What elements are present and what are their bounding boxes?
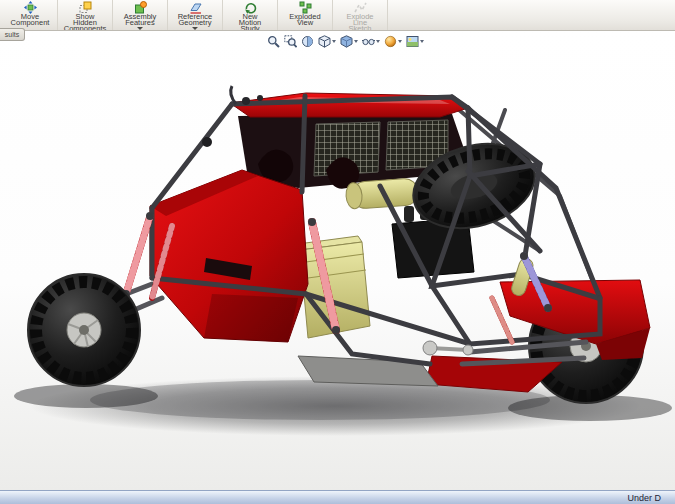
application-window: Move Component Show Hidden Components As… bbox=[0, 0, 675, 504]
toolbar-button-label: Explode Line Sketch bbox=[346, 14, 373, 30]
panel-tab-label: sults bbox=[5, 31, 19, 38]
edit-appearance-icon bbox=[384, 35, 397, 48]
toolbar-button-exploded-view[interactable]: Exploded View bbox=[278, 0, 333, 30]
dropdown-caret bbox=[376, 40, 380, 43]
view-orientation-button[interactable] bbox=[317, 34, 337, 49]
toolbar-button-label: Show Hidden Components bbox=[64, 14, 107, 30]
zoom-to-area-icon bbox=[284, 35, 297, 48]
status-bar: Under D bbox=[0, 490, 675, 504]
zoom-to-fit-icon bbox=[267, 35, 280, 48]
toolbar-button-label: Reference Geometry bbox=[178, 14, 213, 26]
view-orientation-icon bbox=[318, 35, 331, 48]
dropdown-caret bbox=[354, 40, 358, 43]
body-side-panel bbox=[150, 170, 308, 342]
buggy-assembly-model bbox=[0, 46, 675, 490]
display-style-icon bbox=[340, 35, 353, 48]
toolbar-button-assembly-features[interactable]: Assembly Features bbox=[113, 0, 168, 30]
zoom-to-fit-button[interactable] bbox=[266, 34, 281, 49]
dropdown-caret bbox=[137, 27, 143, 30]
section-view-icon bbox=[301, 35, 314, 48]
toolbar-button-label: Assembly Features bbox=[124, 14, 157, 26]
dropdown-caret bbox=[398, 40, 402, 43]
edit-appearance-button[interactable] bbox=[383, 34, 403, 49]
section-view-button[interactable] bbox=[300, 34, 315, 49]
dropdown-caret bbox=[420, 40, 424, 43]
hide-show-items-button[interactable] bbox=[361, 34, 381, 49]
toolbar-button-label: Exploded View bbox=[289, 14, 320, 26]
toolbar-button-reference-geometry[interactable]: Reference Geometry bbox=[168, 0, 223, 30]
hide-show-items-icon bbox=[362, 35, 375, 48]
display-style-button[interactable] bbox=[339, 34, 359, 49]
dropdown-caret bbox=[192, 27, 198, 30]
zoom-to-area-button[interactable] bbox=[283, 34, 298, 49]
toolbar-button-show-hidden-components[interactable]: Show Hidden Components bbox=[58, 0, 113, 30]
apply-scene-button[interactable] bbox=[405, 34, 425, 49]
toolbar-button-label: New Motion Study bbox=[239, 14, 262, 30]
dropdown-caret bbox=[332, 40, 336, 43]
toolbar-button-move-component[interactable]: Move Component bbox=[3, 0, 58, 30]
toolbar-button-new-motion-study[interactable]: New Motion Study bbox=[223, 0, 278, 30]
heads-up-view-toolbar bbox=[266, 34, 425, 49]
toolbar-button-label: Move Component bbox=[11, 14, 50, 26]
status-text: Under D bbox=[627, 493, 661, 503]
toolbar-button-explode-line-sketch[interactable]: Explode Line Sketch bbox=[333, 0, 388, 30]
explode-line-sketch-icon bbox=[354, 1, 367, 14]
graphics-area[interactable] bbox=[0, 31, 675, 490]
assembly-toolbar: Move Component Show Hidden Components As… bbox=[0, 0, 675, 31]
front-left-wheel bbox=[28, 274, 140, 386]
feature-manager-collapsed-tab[interactable]: sults bbox=[0, 28, 25, 41]
apply-scene-icon bbox=[406, 35, 419, 48]
